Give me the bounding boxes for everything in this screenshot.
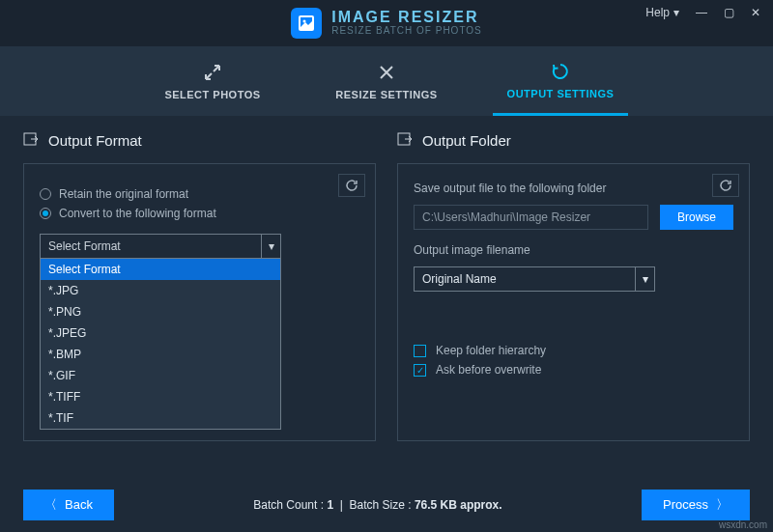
format-option[interactable]: *.BMP [41,344,280,365]
radio-icon [40,188,51,200]
filename-select[interactable]: Original Name ▾ [414,266,655,292]
export-icon [23,131,39,150]
output-path-field[interactable]: C:\Users\Madhuri\Image Resizer [414,205,648,230]
minimize-button[interactable]: — [689,3,714,22]
chevron-right-icon: 〉 [716,496,729,514]
chevron-down-icon: ▾ [673,6,679,19]
save-folder-label: Save output file to the following folder [414,182,733,195]
output-format-heading: Output Format [48,132,142,149]
refresh-icon [551,61,570,82]
watermark: wsxdn.com [719,519,767,530]
app-brand: IMAGE RESIZER RESIZE BATCH OF PHOTOS [291,8,482,39]
format-option[interactable]: *.PNG [41,301,280,322]
format-select[interactable]: Select Format ▾ [40,234,281,259]
reset-format-button[interactable] [338,174,365,197]
format-option[interactable]: *.TIFF [41,386,280,407]
format-option[interactable]: *.JPG [41,280,280,301]
checkbox-icon: ✓ [414,364,426,377]
output-folder-panel: Output Folder Save output file to the fo… [397,131,750,441]
app-subtitle: RESIZE BATCH OF PHOTOS [331,26,482,37]
tab-resize-settings[interactable]: RESIZE SETTINGS [319,46,454,116]
tab-output-settings[interactable]: OUTPUT SETTINGS [493,46,628,116]
keep-hierarchy-checkbox[interactable]: Keep folder hierarchy [414,344,733,357]
maximize-button[interactable]: ▢ [716,3,741,22]
chevron-down-icon: ▾ [635,267,654,291]
tab-select-photos[interactable]: SELECT PHOTOS [145,46,280,116]
filename-label: Output image filename [414,243,733,257]
resize-icon [377,62,396,83]
app-logo-icon [291,8,322,39]
format-option[interactable]: *.GIF [41,365,280,386]
output-format-panel: Output Format Retain the original format… [23,131,376,441]
ask-overwrite-checkbox[interactable]: ✓ Ask before overwrite [414,363,733,377]
format-option[interactable]: *.JPEG [41,322,280,344]
close-button[interactable]: ✕ [743,3,768,22]
app-title: IMAGE RESIZER [331,10,482,26]
help-menu[interactable]: Help▾ [638,0,687,25]
format-option[interactable]: Select Format [41,259,280,280]
folder-export-icon [397,131,413,150]
batch-status: Batch Count : 1 | Batch Size : 76.5 KB a… [253,498,501,512]
process-button[interactable]: Process 〉 [642,490,750,520]
radio-icon [40,208,51,219]
format-option[interactable]: *.TIF [41,407,280,429]
chevron-left-icon: 〈 [44,496,57,514]
radio-convert-format[interactable]: Convert to the following format [40,207,359,220]
reset-folder-button[interactable] [712,174,739,197]
checkbox-icon [414,345,426,357]
format-dropdown: Select Format *.JPG *.PNG *.JPEG *.BMP *… [40,259,281,430]
chevron-down-icon: ▾ [261,235,280,258]
browse-button[interactable]: Browse [660,205,733,230]
expand-icon [203,62,222,83]
back-button[interactable]: 〈 Back [23,490,114,520]
output-folder-heading: Output Folder [422,132,511,149]
radio-retain-original[interactable]: Retain the original format [40,187,359,201]
